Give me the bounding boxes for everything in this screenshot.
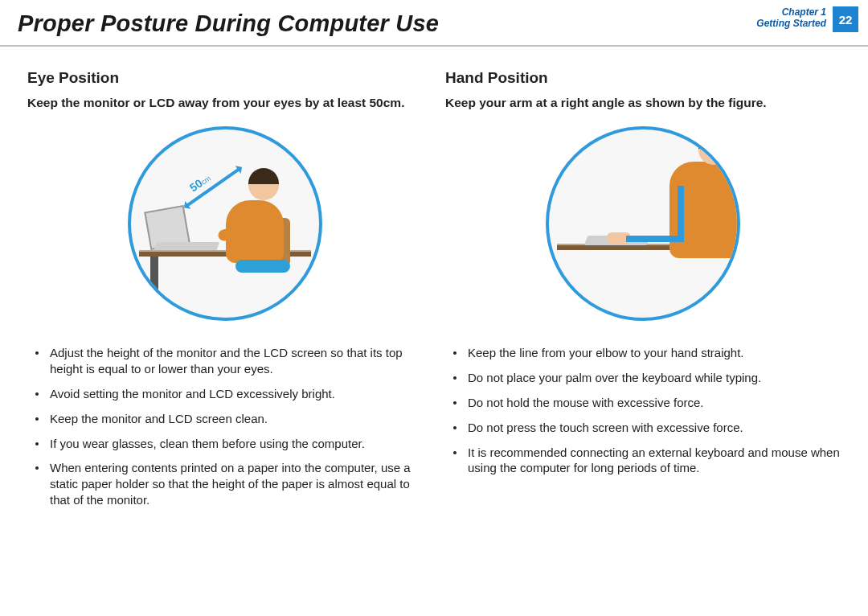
- list-item: Keep the line from your elbow to your ha…: [445, 345, 841, 361]
- column-hand-position: Hand Position Keep your arm at a right a…: [434, 69, 852, 608]
- chapter-line1: Chapter 1: [756, 6, 826, 18]
- person-hair-shape: [248, 168, 279, 184]
- list-item: Do not press the touch screen with exces…: [445, 420, 841, 436]
- list-item: Do not place your palm over the keyboard…: [445, 370, 841, 386]
- list-item: Avoid setting the monitor and LCD excess…: [27, 386, 423, 402]
- page-title: Proper Posture During Computer Use: [18, 10, 439, 37]
- page-header: Proper Posture During Computer Use Chapt…: [0, 0, 868, 47]
- header-divider: [0, 45, 868, 47]
- content-columns: Eye Position Keep the monitor or LCD awa…: [16, 69, 852, 608]
- list-item: Adjust the height of the monitor and the…: [27, 345, 423, 377]
- right-angle-vertical-icon: [678, 186, 684, 242]
- chair-seat-shape: [235, 260, 290, 273]
- hand-position-list: Keep the line from your elbow to your ha…: [445, 345, 841, 476]
- eye-position-lead: Keep the monitor or LCD away from your e…: [27, 95, 423, 110]
- chapter-line2: Getting Started: [756, 18, 826, 29]
- list-item: Do not hold the mouse with excessive for…: [445, 395, 841, 411]
- person-hair-shape: [698, 133, 729, 149]
- list-item: If you wear glasses, clean them before u…: [27, 436, 423, 452]
- hand-position-heading: Hand Position: [445, 69, 841, 87]
- eye-position-illustration: 50cm: [128, 126, 322, 321]
- chapter-label: Chapter 1 Getting Started: [756, 6, 826, 29]
- person-head-shape: [698, 134, 729, 165]
- right-angle-horizontal-icon: [626, 236, 684, 242]
- eye-position-heading: Eye Position: [27, 69, 423, 87]
- eye-position-list: Adjust the height of the monitor and the…: [27, 345, 423, 507]
- list-item: Keep the monitor and LCD screen clean.: [27, 411, 423, 427]
- list-item: When entering contents printed on a pape…: [27, 460, 423, 507]
- column-eye-position: Eye Position Keep the monitor or LCD awa…: [16, 69, 434, 608]
- desk-leg-shape: [150, 257, 158, 318]
- hand-position-illustration: [546, 126, 740, 321]
- eye-position-figure: 50cm: [27, 126, 423, 321]
- hand-position-lead: Keep your arm at a right angle as shown …: [445, 95, 841, 110]
- list-item: It is recommended connecting an external…: [445, 445, 841, 477]
- hand-position-figure: [445, 126, 841, 321]
- page-number-badge: 22: [833, 6, 858, 32]
